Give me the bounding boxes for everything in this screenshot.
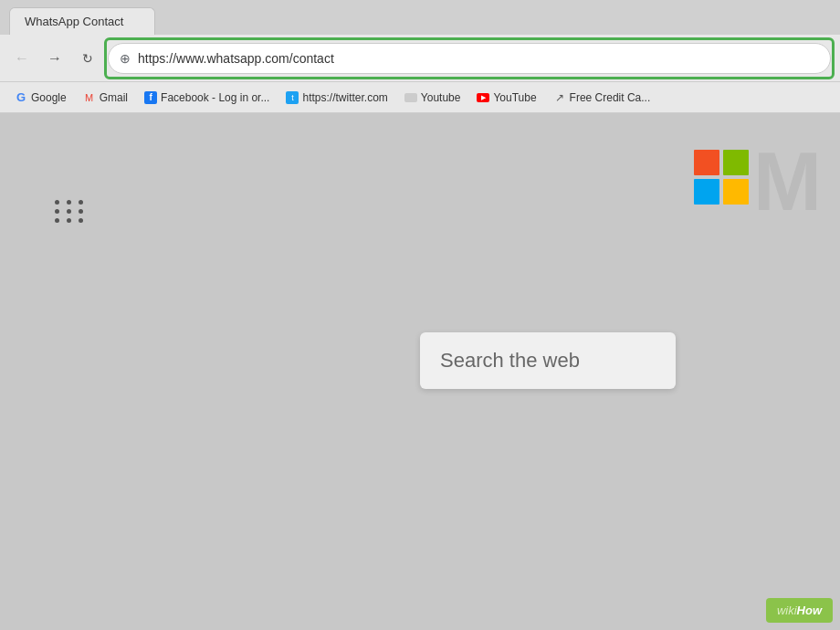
forward-icon: → [47, 50, 62, 67]
bookmark-label: Gmail [100, 91, 128, 104]
bookmark-label: Google [31, 91, 67, 104]
bookmark-label: Facebook - Log in or... [161, 91, 269, 104]
dot [67, 200, 71, 205]
bookmarks-bar: G Google M Gmail f Facebook - Log in or.… [0, 82, 840, 113]
bookmark-label: Free Credit Ca... [570, 91, 651, 104]
back-icon: ← [15, 50, 29, 67]
twitter-favicon: t [286, 91, 299, 104]
reload-icon: ↻ [82, 51, 93, 66]
ms-squares [694, 150, 749, 205]
tab-label: WhatsApp Contact [25, 15, 123, 28]
browser-chrome: WhatsApp Contact ← → ↻ ⊕ https://www.wha… [0, 0, 840, 113]
nav-bar: ← → ↻ ⊕ https://www.whatsapp.com/contact [0, 35, 840, 82]
bookmark-facebook[interactable]: f Facebook - Log in or... [137, 88, 277, 108]
bookmark-youtube-gray[interactable]: Youtube [397, 88, 468, 108]
address-bar-container: ⊕ https://www.whatsapp.com/contact [108, 43, 831, 74]
search-box[interactable]: Search the web [420, 332, 676, 389]
wikihow-how-text: How [797, 604, 822, 617]
grid-dots-icon[interactable] [55, 200, 86, 223]
gmail-favicon: M [83, 91, 96, 104]
reload-button[interactable]: ↻ [75, 46, 100, 71]
tab-bar: WhatsApp Contact [0, 0, 840, 35]
active-tab[interactable]: WhatsApp Contact [9, 7, 155, 35]
dot [55, 218, 59, 223]
address-bar[interactable]: ⊕ https://www.whatsapp.com/contact [108, 43, 831, 74]
address-text: https://www.whatsapp.com/contact [138, 51, 819, 66]
ms-square-green [723, 150, 749, 175]
ms-square-red [694, 150, 719, 175]
dot [79, 200, 83, 205]
dot [55, 209, 59, 214]
forward-button[interactable]: → [42, 46, 68, 71]
dot [55, 200, 59, 205]
bookmark-label: Youtube [421, 91, 461, 104]
dot [67, 218, 71, 223]
bookmark-twitter[interactable]: t https://twitter.com [278, 88, 394, 108]
ms-letter: M [753, 141, 822, 223]
ms-logo-area: M [639, 131, 840, 223]
credit-favicon: ↗ [553, 91, 566, 104]
back-button[interactable]: ← [9, 46, 35, 71]
bookmark-youtube-red[interactable]: ▶ YouTube [469, 88, 543, 108]
ms-square-yellow [723, 179, 749, 205]
bookmark-label: YouTube [493, 91, 536, 104]
search-text: Search the web [440, 349, 580, 372]
facebook-favicon: f [144, 91, 157, 104]
wikihow-badge: wikiHow [766, 598, 833, 623]
google-favicon: G [15, 91, 27, 104]
dot [67, 209, 71, 214]
youtube-red-favicon: ▶ [477, 91, 489, 104]
globe-icon: ⊕ [120, 51, 131, 66]
bookmark-credit[interactable]: ↗ Free Credit Ca... [546, 88, 658, 108]
page-content: M Search the web wikiHow [0, 113, 840, 630]
bookmark-label: https://twitter.com [302, 91, 387, 104]
ms-square-blue [694, 179, 719, 205]
wikihow-wiki-text: wiki [777, 604, 797, 617]
dot [79, 209, 83, 214]
dot [79, 218, 83, 223]
bookmark-google[interactable]: G Google [7, 88, 74, 108]
bookmark-gmail[interactable]: M Gmail [76, 88, 135, 108]
wikihow-label: wikiHow [777, 604, 822, 617]
youtube-gray-favicon [404, 91, 417, 104]
